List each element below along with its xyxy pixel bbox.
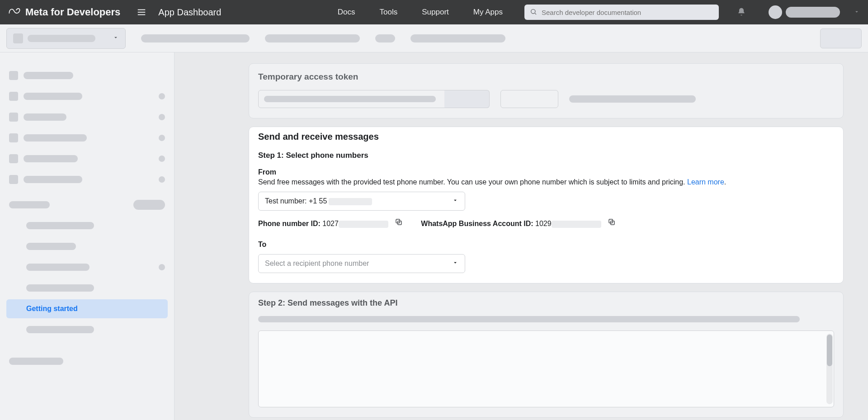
search-wrap[interactable] [524, 5, 719, 20]
action-button-placeholder[interactable] [820, 28, 862, 48]
nav-item[interactable] [5, 107, 170, 127]
learn-more-link[interactable]: Learn more [687, 178, 724, 186]
menu-icon[interactable] [137, 7, 146, 17]
skeleton-bar [141, 34, 250, 42]
nav-item[interactable] [5, 148, 170, 169]
panel-step2: Step 2: Send messages with the API [249, 292, 844, 418]
skeleton-bar [375, 34, 395, 42]
nav-item[interactable] [5, 169, 170, 190]
content: Temporary access token Send and receive … [175, 52, 868, 420]
nav-section-header [5, 194, 170, 215]
code-snippet-box[interactable] [258, 330, 834, 407]
step2-title: Step 2: Send messages with the API [258, 292, 834, 311]
nav-subitem[interactable] [5, 236, 170, 257]
token-expiry-placeholder [569, 95, 696, 103]
brand-text: Meta for Developers [25, 6, 120, 18]
to-phone-select[interactable]: Select a recipient phone number [258, 254, 465, 273]
from-description: Send free messages with the provided tes… [258, 177, 834, 187]
nav-support[interactable]: Support [414, 5, 457, 19]
app-selector[interactable] [6, 28, 126, 49]
copy-phone-id-button[interactable] [395, 218, 403, 226]
nav-item[interactable] [5, 127, 170, 148]
chevron-down-icon [113, 34, 119, 42]
chevron-down-icon [452, 260, 458, 268]
phone-number-id: Phone number ID: 1027 [258, 218, 403, 228]
panel-send-receive-messages: Send and receive messages Step 1: Select… [249, 127, 844, 283]
nav-item[interactable] [5, 351, 170, 372]
token-refresh-button[interactable] [500, 90, 558, 108]
avatar [769, 5, 782, 19]
nav-subitem[interactable] [5, 257, 170, 278]
token-input[interactable] [258, 90, 453, 108]
search-icon [530, 8, 537, 17]
step1-title: Step 1: Select phone numbers [258, 145, 834, 164]
svg-point-3 [531, 9, 535, 13]
notifications-icon[interactable] [737, 7, 746, 18]
chevron-down-icon[interactable] [854, 9, 860, 16]
app-dashboard-title[interactable]: App Dashboard [158, 7, 221, 18]
from-label: From [258, 164, 834, 177]
search-input[interactable] [542, 9, 713, 16]
nav-item-getting-started[interactable]: Getting started [6, 299, 168, 318]
nav-tools[interactable]: Tools [372, 5, 406, 19]
token-copy-button[interactable] [444, 90, 490, 108]
waba-id: WhatsApp Business Account ID: 1029 [421, 218, 616, 228]
scrollbar-thumb[interactable] [827, 335, 832, 366]
topbar: Meta for Developers App Dashboard Docs T… [0, 0, 868, 24]
token-panel-title: Temporary access token [249, 64, 843, 85]
left-nav: Getting started [0, 52, 175, 420]
brand[interactable]: Meta for Developers [8, 5, 120, 20]
skeleton-bar [410, 34, 505, 42]
nav-subitem[interactable] [5, 278, 170, 298]
user-name-placeholder [786, 7, 840, 18]
user-menu[interactable] [769, 5, 840, 19]
messages-panel-title: Send and receive messages [258, 127, 834, 145]
svg-line-4 [535, 13, 536, 14]
copy-waba-id-button[interactable] [608, 218, 616, 226]
to-phone-placeholder: Select a recipient phone number [265, 260, 369, 268]
nav-myapps[interactable]: My Apps [465, 5, 511, 19]
meta-logo-icon [8, 5, 21, 20]
from-phone-value: Test number: +1 55 [265, 197, 372, 205]
chevron-down-icon [452, 197, 458, 205]
nav-item[interactable] [5, 65, 170, 86]
to-label: To [258, 236, 834, 250]
nav-item[interactable] [5, 86, 170, 107]
main: Getting started Temporary access token [0, 52, 868, 420]
nav-item-label: Getting started [26, 305, 78, 313]
panel-temp-access-token: Temporary access token [249, 63, 844, 118]
nav-subitem[interactable] [5, 215, 170, 236]
nav-subitem[interactable] [5, 319, 170, 340]
nav-docs[interactable]: Docs [330, 5, 363, 19]
skeleton-bar [258, 316, 800, 322]
skeleton-bar [265, 34, 360, 42]
secondbar [0, 24, 868, 52]
from-phone-select[interactable]: Test number: +1 55 [258, 192, 465, 211]
